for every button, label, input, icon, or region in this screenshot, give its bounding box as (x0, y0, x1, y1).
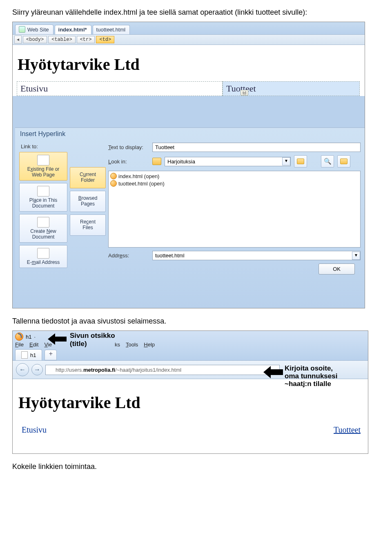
address-input[interactable]: tuotteet.html▼ (152, 251, 361, 260)
menu-bookmarks[interactable]: ks (115, 342, 120, 348)
annotation-title: Sivun otsikko (title) (70, 332, 115, 348)
linkto-createnew[interactable]: Create NewDocument (19, 214, 67, 243)
page-icon (21, 351, 28, 359)
place-in-doc-icon (37, 186, 49, 196)
page-icon (48, 367, 53, 373)
html-file-icon (110, 180, 117, 187)
arrow-annotation-icon (47, 333, 67, 346)
tab-index[interactable]: index.html* (55, 25, 91, 34)
annotation-url: Kirjoita osoite, oma tunnuksesi ~haatj:n… (285, 364, 337, 388)
browser-page-h1: Hyötytarvike Ltd (18, 393, 365, 412)
linkto-email[interactable]: E-mail Address (19, 245, 67, 268)
link-tuotteet[interactable]: Tuotteet (334, 425, 361, 435)
lookin-value: Harjoituksia (167, 158, 195, 165)
ok-button[interactable]: OK (318, 263, 355, 275)
create-new-icon (37, 217, 49, 228)
menu-help[interactable]: Help (144, 342, 155, 348)
browse-web-button[interactable]: 🔍 (321, 155, 334, 167)
tab-tuotteet[interactable]: tuotteet.html (93, 25, 130, 34)
table-cell-etusivu[interactable]: Etusivu (17, 81, 223, 96)
browser-tab[interactable]: h1 (15, 349, 42, 360)
existing-file-icon (37, 155, 49, 165)
list-item[interactable]: index.html (open) (110, 172, 359, 180)
file-list[interactable]: index.html (open) tuotteet.html (open) (108, 171, 361, 248)
folder-icon (152, 158, 161, 165)
breadcrumb-tr[interactable]: <tr> (77, 36, 95, 43)
window-title: h1 (26, 334, 31, 340)
forward-button[interactable]: → (31, 364, 43, 375)
linkto-label: Link to: (19, 143, 67, 152)
up-folder-button[interactable] (294, 155, 307, 167)
screenshot-editor: Web Site index.html* tuotteet.html ◄ <bo… (12, 22, 365, 308)
doc-instruction-1: Siirry yläreunan välilehdelle index.html… (12, 8, 380, 17)
link-etusivu[interactable]: Etusivu (22, 425, 47, 435)
doc-instruction-2: Tallenna tiedostot ja avaa sivustosi sel… (12, 317, 380, 326)
breadcrumb-body[interactable]: <body> (23, 36, 47, 43)
layout-table: Etusivu Tuotteet (17, 81, 360, 96)
breadcrumb-bar: ◄ <body> <table> <tr> <td> (13, 35, 365, 45)
dialog-title: Insert Hyperlink (15, 128, 365, 140)
browser-tab-label: h1 (30, 352, 36, 358)
doc-instruction-3: Kokeile linkkien toimintaa. (12, 462, 380, 471)
list-item[interactable]: tuotteet.html (open) (110, 180, 359, 187)
tab-index-label: index.html* (58, 27, 87, 33)
menu-edit[interactable]: Edit (29, 342, 38, 348)
breadcrumb-td[interactable]: <td> (96, 36, 114, 43)
tab-tuotteet-label: tuotteet.html (96, 27, 126, 33)
arrow-annotation-icon (263, 365, 284, 379)
td-tag-marker: td (241, 90, 248, 96)
design-pane[interactable]: Hyötytarvike Ltd td Etusivu Tuotteet (13, 45, 365, 96)
breadcrumb-prev[interactable]: ◄ (14, 36, 22, 44)
address-value: tuotteet.html (155, 252, 185, 259)
text-to-display-label: Text to display: (108, 144, 149, 150)
html-file-icon (110, 173, 117, 179)
lookin-label: Look in: (108, 158, 149, 165)
browse-file-button[interactable] (337, 155, 350, 167)
tab-website-label: Web Site (27, 27, 49, 33)
firefox-icon (15, 333, 23, 341)
website-icon (19, 26, 25, 33)
email-icon (37, 248, 49, 259)
globe-search-icon: 🔍 (324, 158, 332, 165)
text-to-display-input[interactable] (152, 143, 361, 152)
chevron-down-icon: ▼ (352, 252, 360, 260)
new-tab-button[interactable]: + (45, 350, 57, 360)
linkto-existing[interactable]: Existing File orWeb Page (19, 152, 67, 181)
file-index: index.html (open) (118, 173, 159, 179)
screenshot-browser: h1 · File Edit Vie ks Tools Help h1 + ← … (12, 330, 368, 454)
url-bar[interactable]: http://users.metropolia.fi/~haatj/harjoi… (45, 365, 280, 375)
breadcrumb-table[interactable]: <table> (48, 36, 75, 43)
linkto-placein[interactable]: Place in ThisDocument (19, 183, 67, 212)
file-tuotteet: tuotteet.html (open) (118, 181, 165, 187)
url-text: http://users.metropolia.fi/~haatj/harjoi… (56, 367, 181, 373)
address-label: Address: (108, 252, 149, 259)
back-button[interactable]: ← (16, 363, 29, 376)
scope-current-folder[interactable]: CurrentFolder (70, 167, 106, 188)
chevron-down-icon: ▼ (282, 157, 290, 165)
lookin-dropdown[interactable]: Harjoituksia▼ (165, 157, 291, 166)
tab-website[interactable]: Web Site (15, 25, 53, 34)
menu-tools[interactable]: Tools (126, 342, 138, 348)
insert-hyperlink-dialog: Insert Hyperlink Link to: Existing File … (15, 127, 365, 308)
page-h1[interactable]: Hyötytarvike Ltd (18, 55, 365, 74)
up-folder-icon (297, 158, 304, 164)
scope-browsed-pages[interactable]: BrowsedPages (70, 191, 106, 212)
scope-recent-files[interactable]: RecentFiles (70, 214, 106, 236)
open-folder-icon (340, 158, 347, 164)
menu-file[interactable]: File (15, 342, 24, 348)
